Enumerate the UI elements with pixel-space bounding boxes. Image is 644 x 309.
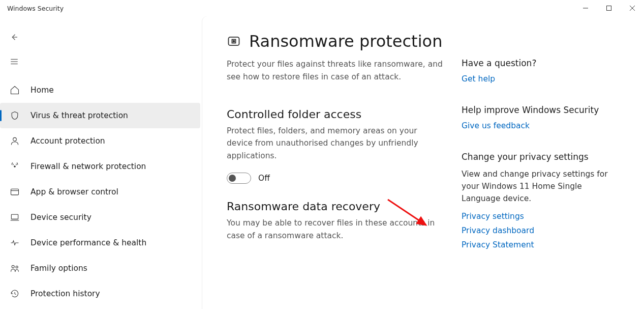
svg-rect-12 [11,214,18,219]
user-icon [9,135,20,147]
back-button[interactable] [4,26,25,48]
page-header: Ransomware protection [227,32,644,51]
sidebar-item-label: Home [30,86,54,95]
sidebar: Home Virus & threat protection Account p… [0,16,202,309]
privacy-statement-link[interactable]: Privacy Statement [462,240,614,249]
family-icon [9,263,20,274]
sidebar-item-virus-threat[interactable]: Virus & threat protection [0,103,200,128]
toggle-knob [229,175,236,182]
antenna-icon [9,161,20,172]
svg-point-8 [13,137,17,141]
side-improve-heading: Help improve Windows Security [462,105,614,115]
sidebar-item-app-browser[interactable]: App & browser control [0,179,200,205]
privacy-settings-link[interactable]: Privacy settings [462,212,614,221]
sidebar-item-label: Family options [30,264,87,273]
svg-point-15 [16,266,18,268]
sidebar-item-label: App & browser control [30,187,118,196]
ransomware-recovery-desc: You may be able to recover files in thes… [227,217,445,242]
sidebar-item-device-security[interactable]: Device security [0,205,200,230]
sidebar-item-family[interactable]: Family options [0,256,200,281]
side-privacy-section: Change your privacy settings View and ch… [462,152,614,249]
get-help-link[interactable]: Get help [462,74,614,83]
sidebar-item-label: Device security [30,213,91,222]
maximize-button[interactable] [597,0,621,16]
side-column: Have a question? Get help Help improve W… [462,58,614,271]
close-button[interactable] [621,0,644,16]
side-question-section: Have a question? Get help [462,58,614,83]
toggle-state-label: Off [258,174,270,183]
controlled-folder-access-heading: Controlled folder access [227,108,445,121]
svg-point-18 [233,41,235,42]
controlled-folder-access-toggle[interactable] [227,173,251,184]
sidebar-item-firewall[interactable]: Firewall & network protection [0,154,200,179]
ransomware-recovery-heading: Ransomware data recovery [227,200,445,213]
side-privacy-desc: View and change privacy settings for you… [462,168,614,205]
sidebar-item-protection-history[interactable]: Protection history [0,281,200,306]
sidebar-item-label: Account protection [30,136,105,146]
page-title: Ransomware protection [249,32,442,51]
app-window-icon [9,186,20,198]
laptop-icon [9,212,20,223]
app-body: Home Virus & threat protection Account p… [0,16,644,309]
minimize-button[interactable] [574,0,597,16]
sidebar-item-home[interactable]: Home [0,77,200,103]
sidebar-item-label: Virus & threat protection [30,111,128,120]
privacy-dashboard-link[interactable]: Privacy dashboard [462,226,614,235]
svg-point-14 [12,265,14,268]
main-panel: Ransomware protection Protect your files… [202,16,644,309]
hamburger-menu-button[interactable] [4,51,25,72]
sidebar-item-label: Firewall & network protection [30,162,146,171]
main-column: Protect your files against threats like … [227,58,445,271]
controlled-folder-access-desc: Protect files, folders, and memory areas… [227,125,445,162]
sidebar-item-label: Device performance & health [30,238,146,247]
side-privacy-heading: Change your privacy settings [462,152,614,162]
window-controls [574,0,644,16]
window-title: Windows Security [7,5,64,12]
sidebar-item-account-protection[interactable]: Account protection [0,128,200,154]
shield-icon [9,110,20,121]
svg-rect-10 [11,189,19,195]
sidebar-item-device-performance[interactable]: Device performance & health [0,230,200,256]
sidebar-nav: Home Virus & threat protection Account p… [0,77,202,306]
sidebar-item-label: Protection history [30,289,100,298]
svg-rect-1 [607,6,611,11]
feedback-link[interactable]: Give us feedback [462,121,614,130]
home-icon [9,85,20,96]
title-bar: Windows Security [0,0,644,16]
ransomware-icon [227,34,241,48]
history-icon [9,288,20,299]
heartbeat-icon [9,237,20,248]
svg-point-9 [14,166,16,167]
side-improve-section: Help improve Windows Security Give us fe… [462,105,614,130]
panel-columns: Protect your files against threats like … [227,58,644,271]
side-question-heading: Have a question? [462,58,614,68]
controlled-folder-access-toggle-row: Off [227,173,445,184]
page-lead: Protect your files against threats like … [227,58,445,83]
